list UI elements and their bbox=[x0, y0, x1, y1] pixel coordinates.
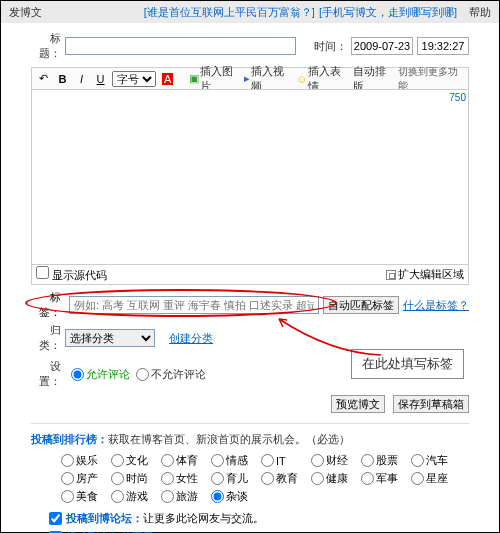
top-bar: 发博文 [谁是首位互联网上平民百万富翁？] [手机写博文，走到哪写到哪] 帮助 bbox=[1, 1, 499, 23]
category-radio-育儿[interactable]: 育儿 bbox=[211, 471, 261, 486]
category-radio-汽车[interactable]: 汽车 bbox=[411, 453, 461, 468]
category-radio-杂谈[interactable]: 杂谈 bbox=[211, 489, 261, 504]
category-select[interactable]: 选择分类 bbox=[65, 329, 155, 347]
category-radio-教育[interactable]: 教育 bbox=[261, 471, 311, 486]
tag-label: 标签： bbox=[31, 290, 61, 320]
category-radio-文化[interactable]: 文化 bbox=[111, 453, 161, 468]
category-radio-游戏[interactable]: 游戏 bbox=[111, 489, 161, 504]
category-radios: 娱乐文化体育情感IT财经股票汽车房产时尚女性育儿教育健康军事星座美食游戏旅游杂谈 bbox=[31, 453, 469, 507]
time-input[interactable] bbox=[417, 37, 469, 55]
expand-label: 扩大编辑区域 bbox=[398, 267, 464, 282]
auto-tag-button[interactable]: 自动匹配标签 bbox=[323, 296, 399, 314]
category-radio-美食[interactable]: 美食 bbox=[61, 489, 111, 504]
forum-checkbox[interactable]: 投稿到博论坛：让更多此论网友与交流。 bbox=[49, 511, 469, 526]
preview-button[interactable]: 预览博文 bbox=[331, 395, 385, 413]
expand-icon[interactable] bbox=[386, 270, 396, 280]
category-radio-房产[interactable]: 房产 bbox=[61, 471, 111, 486]
category-radio-女性[interactable]: 女性 bbox=[161, 471, 211, 486]
char-count: 750 bbox=[449, 92, 466, 103]
promo-link-2[interactable]: [手机写博文，走到哪写到哪] bbox=[319, 5, 457, 20]
time-label: 时间： bbox=[314, 39, 347, 54]
category-radio-旅游[interactable]: 旅游 bbox=[161, 489, 211, 504]
help-link[interactable]: 帮助 bbox=[469, 5, 491, 20]
title-input[interactable] bbox=[65, 37, 296, 55]
category-radio-星座[interactable]: 星座 bbox=[411, 471, 461, 486]
what-is-tag-link[interactable]: 什么是标签？ bbox=[403, 298, 469, 313]
settings-label: 设置： bbox=[31, 359, 61, 389]
create-category-link[interactable]: 创建分类 bbox=[169, 331, 213, 346]
underline-button[interactable]: U bbox=[93, 71, 108, 87]
annotation-callout: 在此处填写标签 bbox=[351, 349, 464, 379]
category-radio-IT[interactable]: IT bbox=[261, 453, 311, 468]
bold-button[interactable]: B bbox=[55, 71, 70, 87]
category-radio-娱乐[interactable]: 娱乐 bbox=[61, 453, 111, 468]
fontsize-select[interactable]: 字号 bbox=[112, 71, 156, 87]
fontcolor-button[interactable]: A bbox=[160, 71, 175, 87]
category-radio-健康[interactable]: 健康 bbox=[311, 471, 361, 486]
category-radio-财经[interactable]: 财经 bbox=[311, 453, 361, 468]
title-label: 标题： bbox=[31, 31, 61, 61]
ranking-section: 投稿到排行榜：获取在博客首页、新浪首页的展示机会。（必选） bbox=[31, 432, 469, 447]
tag-input[interactable] bbox=[69, 296, 319, 314]
italic-button[interactable]: I bbox=[74, 71, 89, 87]
category-radio-时尚[interactable]: 时尚 bbox=[111, 471, 161, 486]
show-source-checkbox[interactable]: 显示源代码 bbox=[36, 266, 107, 283]
deny-comment-radio[interactable]: 不允许评论 bbox=[130, 367, 206, 382]
category-radio-股票[interactable]: 股票 bbox=[361, 453, 411, 468]
editor-textarea[interactable]: 750 bbox=[31, 89, 469, 265]
category-radio-情感[interactable]: 情感 bbox=[211, 453, 261, 468]
undo-icon[interactable]: ↶ bbox=[36, 71, 51, 87]
date-input[interactable] bbox=[351, 37, 413, 55]
category-radio-军事[interactable]: 军事 bbox=[361, 471, 411, 486]
category-radio-体育[interactable]: 体育 bbox=[161, 453, 211, 468]
app-title: 发博文 bbox=[9, 5, 42, 20]
save-draft-button[interactable]: 保存到草稿箱 bbox=[393, 395, 469, 413]
allow-comment-radio[interactable]: 允许评论 bbox=[65, 367, 130, 382]
promo-link-1[interactable]: [谁是首位互联网上平民百万富翁？] bbox=[144, 5, 315, 20]
category-label: 归类： bbox=[31, 323, 61, 353]
editor-toolbar: ↶ B I U 字号 A ▣插入图片 ▸插入视频 ☺插入表情 自动排版 切换到更… bbox=[31, 67, 469, 89]
